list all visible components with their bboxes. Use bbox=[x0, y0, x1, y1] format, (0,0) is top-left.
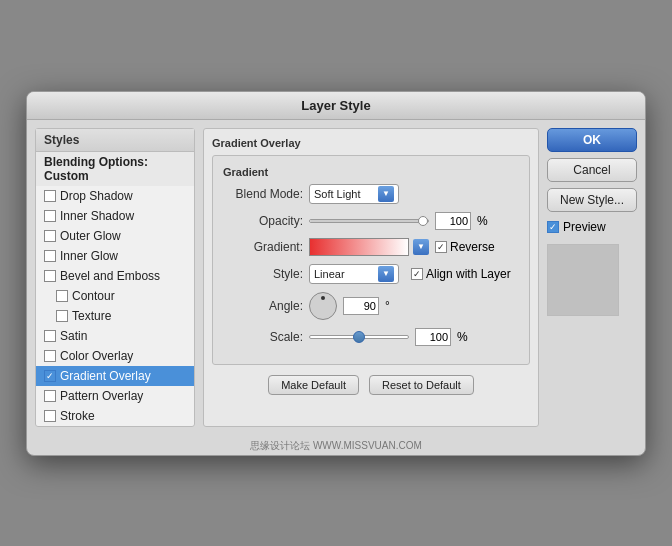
gradient-label: Gradient: bbox=[223, 240, 303, 254]
opacity-input[interactable] bbox=[435, 212, 471, 230]
texture-checkbox[interactable] bbox=[56, 310, 68, 322]
gradient-inner-box: Gradient Blend Mode: Soft Light ▼ Opacit… bbox=[212, 155, 530, 365]
reverse-container: Reverse bbox=[435, 240, 495, 254]
section-title: Gradient Overlay bbox=[212, 137, 530, 149]
bottom-buttons: Make Default Reset to Default bbox=[212, 375, 530, 395]
reset-to-default-button[interactable]: Reset to Default bbox=[369, 375, 474, 395]
angle-dot-icon bbox=[321, 296, 325, 300]
align-with-layer-checkbox[interactable] bbox=[411, 268, 423, 280]
sidebar-item-outer-glow[interactable]: Outer Glow bbox=[36, 226, 194, 246]
blending-options-label: Blending Options: Custom bbox=[44, 155, 186, 183]
blend-mode-label: Blend Mode: bbox=[223, 187, 303, 201]
blend-mode-arrow-icon: ▼ bbox=[378, 186, 394, 202]
color-overlay-checkbox[interactable] bbox=[44, 350, 56, 362]
scale-thumb[interactable] bbox=[353, 331, 365, 343]
scale-row: Scale: % bbox=[223, 328, 519, 346]
new-style-button[interactable]: New Style... bbox=[547, 188, 637, 212]
style-arrow-icon: ▼ bbox=[378, 266, 394, 282]
opacity-slider[interactable] bbox=[309, 219, 429, 223]
blend-mode-select[interactable]: Soft Light ▼ bbox=[309, 184, 399, 204]
cancel-button[interactable]: Cancel bbox=[547, 158, 637, 182]
main-content-panel: Gradient Overlay Gradient Blend Mode: So… bbox=[203, 128, 539, 427]
blend-mode-value: Soft Light bbox=[314, 188, 378, 200]
inner-shadow-checkbox[interactable] bbox=[44, 210, 56, 222]
gradient-bar[interactable] bbox=[309, 238, 409, 256]
inner-section-title: Gradient bbox=[223, 166, 519, 178]
gradient-overlay-label: Gradient Overlay bbox=[60, 369, 151, 383]
inner-glow-label: Inner Glow bbox=[60, 249, 118, 263]
sidebar-item-texture[interactable]: Texture bbox=[36, 306, 194, 326]
make-default-button[interactable]: Make Default bbox=[268, 375, 359, 395]
pattern-overlay-label: Pattern Overlay bbox=[60, 389, 143, 403]
scale-input[interactable] bbox=[415, 328, 451, 346]
contour-checkbox[interactable] bbox=[56, 290, 68, 302]
align-with-layer-container: Align with Layer bbox=[411, 267, 511, 281]
preview-row: Preview bbox=[547, 220, 637, 234]
opacity-unit: % bbox=[477, 214, 488, 228]
outer-glow-checkbox[interactable] bbox=[44, 230, 56, 242]
angle-row: Angle: ° bbox=[223, 292, 519, 320]
opacity-label: Opacity: bbox=[223, 214, 303, 228]
preview-checkbox[interactable] bbox=[547, 221, 559, 233]
sidebar-item-inner-glow[interactable]: Inner Glow bbox=[36, 246, 194, 266]
scale-unit: % bbox=[457, 330, 468, 344]
opacity-row: Opacity: % bbox=[223, 212, 519, 230]
scale-label: Scale: bbox=[223, 330, 303, 344]
sidebar-item-drop-shadow[interactable]: Drop Shadow bbox=[36, 186, 194, 206]
gradient-overlay-checkbox[interactable] bbox=[44, 370, 56, 382]
align-with-layer-label: Align with Layer bbox=[426, 267, 511, 281]
angle-input[interactable] bbox=[343, 297, 379, 315]
dialog-body: Styles Blending Options: Custom Drop Sha… bbox=[27, 120, 645, 435]
layer-style-dialog: Layer Style Styles Blending Options: Cus… bbox=[26, 91, 646, 456]
sidebar-item-pattern-overlay[interactable]: Pattern Overlay bbox=[36, 386, 194, 406]
sidebar-item-inner-shadow[interactable]: Inner Shadow bbox=[36, 206, 194, 226]
drop-shadow-label: Drop Shadow bbox=[60, 189, 133, 203]
sidebar-item-gradient-overlay[interactable]: Gradient Overlay bbox=[36, 366, 194, 386]
style-select[interactable]: Linear ▼ bbox=[309, 264, 399, 284]
preview-thumbnail bbox=[547, 244, 619, 316]
action-panel: OK Cancel New Style... Preview bbox=[547, 128, 637, 427]
inner-shadow-label: Inner Shadow bbox=[60, 209, 134, 223]
watermark-text: 思缘设计论坛 WWW.MISSVUAN.COM bbox=[27, 435, 645, 455]
gradient-swatch: ▼ bbox=[309, 238, 429, 256]
style-label: Style: bbox=[223, 267, 303, 281]
stroke-checkbox[interactable] bbox=[44, 410, 56, 422]
gradient-arrow-icon[interactable]: ▼ bbox=[413, 239, 429, 255]
satin-label: Satin bbox=[60, 329, 87, 343]
outer-glow-label: Outer Glow bbox=[60, 229, 121, 243]
style-row: Style: Linear ▼ Align with Layer bbox=[223, 264, 519, 284]
color-overlay-label: Color Overlay bbox=[60, 349, 133, 363]
sidebar-item-blending-options[interactable]: Blending Options: Custom bbox=[36, 152, 194, 186]
bevel-emboss-label: Bevel and Emboss bbox=[60, 269, 160, 283]
satin-checkbox[interactable] bbox=[44, 330, 56, 342]
dialog-title: Layer Style bbox=[27, 92, 645, 120]
sidebar-item-color-overlay[interactable]: Color Overlay bbox=[36, 346, 194, 366]
bevel-emboss-checkbox[interactable] bbox=[44, 270, 56, 282]
stroke-label: Stroke bbox=[60, 409, 95, 423]
drop-shadow-checkbox[interactable] bbox=[44, 190, 56, 202]
opacity-thumb[interactable] bbox=[418, 216, 428, 226]
angle-unit: ° bbox=[385, 299, 390, 313]
styles-panel-title: Styles bbox=[36, 129, 194, 152]
reverse-label: Reverse bbox=[450, 240, 495, 254]
contour-label: Contour bbox=[72, 289, 115, 303]
blend-mode-row: Blend Mode: Soft Light ▼ bbox=[223, 184, 519, 204]
pattern-overlay-checkbox[interactable] bbox=[44, 390, 56, 402]
ok-button[interactable]: OK bbox=[547, 128, 637, 152]
sidebar-item-bevel-emboss[interactable]: Bevel and Emboss bbox=[36, 266, 194, 286]
angle-dial[interactable] bbox=[309, 292, 337, 320]
preview-label: Preview bbox=[563, 220, 606, 234]
gradient-row: Gradient: ▼ Reverse bbox=[223, 238, 519, 256]
inner-glow-checkbox[interactable] bbox=[44, 250, 56, 262]
angle-label: Angle: bbox=[223, 299, 303, 313]
scale-slider[interactable] bbox=[309, 335, 409, 339]
sidebar-item-contour[interactable]: Contour bbox=[36, 286, 194, 306]
reverse-checkbox[interactable] bbox=[435, 241, 447, 253]
styles-panel: Styles Blending Options: Custom Drop Sha… bbox=[35, 128, 195, 427]
style-value: Linear bbox=[314, 268, 378, 280]
sidebar-item-satin[interactable]: Satin bbox=[36, 326, 194, 346]
texture-label: Texture bbox=[72, 309, 111, 323]
sidebar-item-stroke[interactable]: Stroke bbox=[36, 406, 194, 426]
